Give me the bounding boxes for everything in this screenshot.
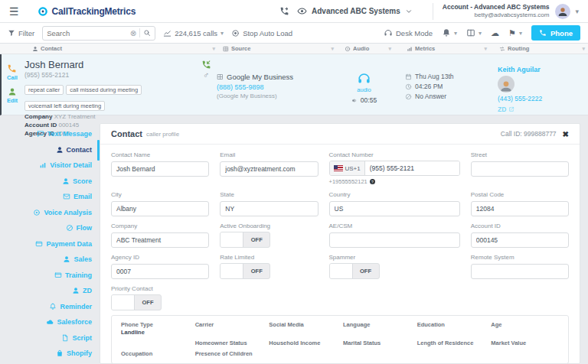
sidebar-item-label: ZD xyxy=(83,287,92,294)
column-metrics[interactable]: Metrics ▾ xyxy=(394,44,490,54)
ae-csm-input[interactable] xyxy=(329,232,460,248)
field-state: State xyxy=(220,191,318,216)
field-remote-system: Remote System xyxy=(471,254,569,279)
phone-button[interactable]: Phone xyxy=(531,25,580,41)
caller-name[interactable]: Josh Bernard xyxy=(24,59,195,70)
sidebar-item-salesforce[interactable]: Salesforce xyxy=(0,314,92,330)
active-onboarding-toggle[interactable]: OFF xyxy=(220,232,270,248)
clear-search-icon[interactable]: ⊗ xyxy=(130,29,136,37)
account-info[interactable]: Account - Advanced ABC Systems betty@adv… xyxy=(443,3,550,19)
sidebar-item-visitor-detail[interactable]: Visitor Detail xyxy=(0,158,92,174)
attr-household-income: Household Income xyxy=(269,340,337,346)
toggle-state: OFF xyxy=(243,264,270,278)
contact-number-input[interactable] xyxy=(365,161,459,175)
sidebar-item-payment-data[interactable]: Payment Data xyxy=(0,236,92,252)
call-row[interactable]: Call Edit Josh Bernard (955) 555-2121 re… xyxy=(0,54,588,115)
tag-pill[interactable]: voicemail left during meeting xyxy=(24,101,105,111)
sidebar-item-script[interactable]: Script xyxy=(0,330,92,346)
attr-value: Landline xyxy=(121,329,189,336)
filter-caret-icon[interactable]: ▾ xyxy=(388,46,391,52)
company-input[interactable] xyxy=(111,232,209,248)
country-code-selector[interactable]: US+1 xyxy=(330,161,365,175)
routed-agent-name[interactable]: Keith Aguilar xyxy=(498,66,588,73)
street-input[interactable] xyxy=(471,161,569,177)
caller-tags: repeat callercall missed during meeting … xyxy=(24,81,195,113)
sidebar-item-label: Training xyxy=(65,271,92,279)
flag-icon: ⚑ xyxy=(508,29,516,37)
field-label: AE/CSM xyxy=(329,223,460,229)
rate-limited-toggle[interactable]: OFF xyxy=(220,263,270,279)
attr-length-of-residence: Length of Residence xyxy=(417,340,485,346)
sidebar-item-email[interactable]: Email xyxy=(0,189,92,205)
source-number[interactable]: (888) 555-9898 xyxy=(217,83,335,91)
normalized-number-text: +19555552121 xyxy=(329,178,368,185)
person-badge-icon xyxy=(62,177,70,185)
sidebar-item-contact[interactable]: Contact xyxy=(0,142,92,158)
city-input[interactable] xyxy=(111,201,209,216)
user-avatar[interactable] xyxy=(555,4,570,19)
filter-button[interactable]: Filter xyxy=(8,29,34,37)
sidebar-item-flow[interactable]: Flow xyxy=(0,220,92,236)
contact-form: Contact Name Email Contact Number US+1 xyxy=(100,145,580,310)
desk-mode-button[interactable]: Desk Mode xyxy=(384,28,433,37)
filter-caret-icon[interactable]: ▾ xyxy=(212,46,215,52)
field-priority-contact: Priority Contact OFF xyxy=(111,285,209,310)
menu-icon[interactable]: ☰ xyxy=(9,6,19,17)
agency-id-input[interactable] xyxy=(111,264,209,279)
flag-button[interactable]: ⚑ ▾ xyxy=(508,29,522,37)
attr-market-value: Market Value xyxy=(491,340,559,346)
column-audio[interactable]: Audio ▾ xyxy=(337,44,394,54)
sidebar-item-voice-analysis[interactable]: Voice Analysis xyxy=(0,205,92,221)
stop-auto-load-button[interactable]: Stop Auto Load xyxy=(231,29,292,37)
account-context-selector[interactable]: Advanced ABC Systems xyxy=(297,6,413,16)
call-button[interactable]: Call xyxy=(7,63,18,81)
cloud-icon[interactable]: ☁ xyxy=(491,29,499,37)
detail-sidebar: Text Message Contact Visitor Detail Scor… xyxy=(0,115,100,364)
state-input[interactable] xyxy=(220,201,318,216)
sidebar-item-text-message[interactable]: Text Message xyxy=(0,126,92,142)
chevron-down-icon[interactable]: ▾ xyxy=(575,8,579,15)
priority-contact-toggle[interactable]: OFF xyxy=(111,294,162,310)
country-input[interactable] xyxy=(329,201,460,216)
search-input[interactable] xyxy=(47,29,127,37)
target-icon xyxy=(33,209,41,216)
sidebar-item-training[interactable]: Training xyxy=(0,268,92,284)
remote-system-input[interactable] xyxy=(471,264,569,279)
tag-pill[interactable]: repeat caller xyxy=(24,85,64,95)
account-id-input[interactable] xyxy=(471,232,569,248)
sidebar-item-reminder[interactable]: Reminder xyxy=(0,299,92,315)
tag-pill[interactable]: call missed during meeting xyxy=(66,85,142,95)
info-icon[interactable]: ? xyxy=(370,179,375,184)
close-icon[interactable]: ✖ xyxy=(563,130,569,138)
toggle-state: OFF xyxy=(353,264,379,278)
sidebar-item-zd[interactable]: ZD xyxy=(0,283,92,299)
column-source[interactable]: Source ▾ xyxy=(218,44,337,54)
column-contact[interactable]: Contact ▾ xyxy=(23,44,218,54)
calls-count-dropdown[interactable]: 224,615 calls ▾ xyxy=(163,29,224,37)
field-rate-limited: Rate Limited OFF xyxy=(220,254,318,279)
layout-columns-button[interactable]: ▾ xyxy=(466,28,482,37)
agent-number[interactable]: (443) 555-2222 xyxy=(498,95,588,102)
headphones-icon[interactable] xyxy=(357,71,371,86)
postal-code-input[interactable] xyxy=(471,201,569,216)
brand-logo[interactable]: CallTrackingMetrics xyxy=(38,6,136,17)
audio-label[interactable]: audio xyxy=(357,86,371,93)
source-grid-icon xyxy=(217,73,224,80)
zendesk-link[interactable]: ZD xyxy=(498,106,588,113)
filter-caret-icon[interactable]: ▾ xyxy=(582,46,585,52)
filter-caret-icon[interactable]: ▾ xyxy=(484,46,487,52)
filter-caret-icon[interactable]: ▾ xyxy=(331,46,334,52)
search-icon[interactable] xyxy=(143,29,151,37)
phone-switch-icon[interactable] xyxy=(279,6,289,16)
sidebar-item-sales[interactable]: Sales xyxy=(0,252,92,268)
contact-name-input[interactable] xyxy=(111,161,209,177)
sidebar-item-shopify[interactable]: Shopify xyxy=(0,346,92,362)
notifications-button[interactable]: ▾ xyxy=(442,28,457,37)
column-routing[interactable]: Routing ▾ xyxy=(490,44,588,54)
spammer-toggle[interactable]: OFF xyxy=(329,263,380,279)
sidebar-item-zendesk[interactable]: Z Zendesk xyxy=(0,362,92,364)
sidebar-item-score[interactable]: Score xyxy=(0,174,92,190)
email-input[interactable] xyxy=(220,161,318,177)
edit-contact-button[interactable]: Edit xyxy=(7,87,18,104)
desk-mode-label: Desk Mode xyxy=(396,29,433,37)
